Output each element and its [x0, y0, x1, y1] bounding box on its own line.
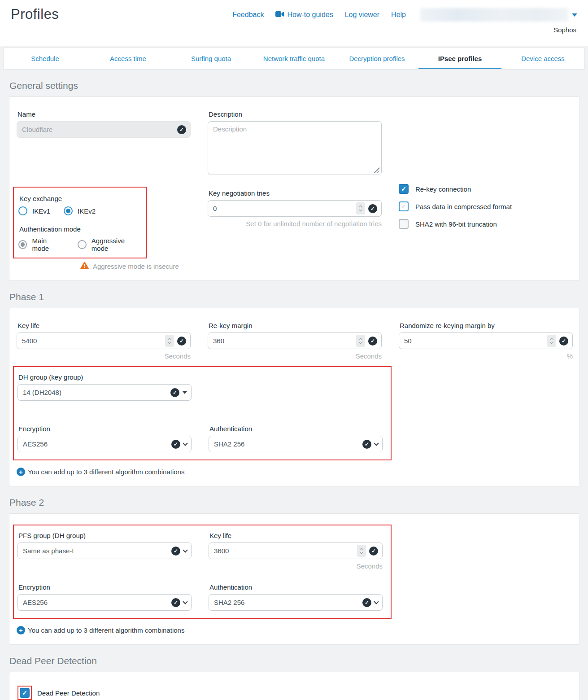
tab-ipsec-profiles[interactable]: IPsec profiles [418, 48, 501, 69]
video-camera-icon [275, 11, 284, 19]
sha2-truncation-label[interactable]: SHA2 with 96-bit truncation [415, 220, 497, 228]
p1-rekey-margin-label: Re-key margin [209, 322, 382, 329]
p2-key-life-unit: Seconds [209, 562, 383, 570]
tab-surfing-quota[interactable]: Surfing quota [170, 48, 253, 69]
chevron-down-icon [183, 441, 187, 446]
p2-authentication-select[interactable]: SHA2 256 ✓ [209, 594, 383, 611]
number-stepper[interactable] [356, 202, 365, 214]
ikev1-label[interactable]: IKEv1 [32, 207, 50, 215]
rekey-connection-label[interactable]: Re-key connection [415, 185, 471, 193]
phase1-card: Key life 5400 ✓ Seconds Re-key margin 36… [9, 308, 580, 486]
log-viewer-link[interactable]: Log viewer [345, 11, 379, 19]
section-title-phase2: Phase 2 [9, 497, 588, 508]
p1-key-life-unit: Seconds [17, 352, 191, 360]
description-field: Description [208, 104, 382, 177]
section-title-dpd: Dead Peer Detection [9, 656, 588, 666]
p1-encryption-select[interactable]: AES256 ✓ [17, 436, 192, 452]
valid-check-icon: ✓ [177, 125, 186, 134]
general-checkboxes: ✓ Re-key connection ✓ Pass data in compr… [399, 177, 573, 236]
valid-check-icon: ✓ [170, 388, 179, 397]
number-stepper[interactable] [165, 335, 174, 347]
compressed-format-row: ✓ Pass data in compressed format [399, 201, 573, 211]
help-link[interactable]: Help [391, 11, 406, 19]
p2-key-life-label: Key life [209, 532, 383, 539]
tab-access-time[interactable]: Access time [87, 48, 170, 69]
dpd-card: ✓ Dead Peer Detection Check peer after e… [9, 672, 580, 700]
p1-randomize-input[interactable]: 50 ✓ [399, 332, 573, 349]
account-selector[interactable] [420, 8, 577, 22]
tab-decryption-profiles[interactable]: Decryption profiles [335, 48, 418, 69]
add-combination-icon[interactable]: + [17, 468, 25, 476]
tab-device-access[interactable]: Device access [501, 48, 584, 69]
p2-encryption-select[interactable]: AES256 ✓ [17, 594, 192, 611]
p1-dh-group-field: DH group (key group) 14 (DH2048) ✓ [17, 367, 192, 401]
p1-authentication-field: Authentication SHA2 256 ✓ [209, 419, 383, 452]
p2-pfs-label: PFS group (DH group) [18, 532, 192, 539]
sha2-truncation-checkbox[interactable] [399, 219, 409, 229]
p1-authentication-label: Authentication [209, 425, 383, 433]
key-exchange-radio-group: IKEv1 IKEv2 [18, 206, 142, 215]
key-negotiation-field: Key negotiation tries 0 ✓ Set 0 for unli… [208, 177, 382, 228]
tab-bar: Schedule Access time Surfing quota Netwo… [3, 48, 585, 70]
valid-check-icon: ✓ [171, 547, 180, 556]
p1-key-life-field: Key life 5400 ✓ Seconds [17, 315, 191, 360]
number-stepper[interactable] [356, 335, 365, 347]
main-mode-label: Main mode [32, 237, 64, 252]
p1-encryption-label: Encryption [18, 425, 192, 433]
p2-key-life-input[interactable]: 3600 ✓ [209, 542, 383, 559]
header: Profiles Feedback How-to guides Log view… [0, 0, 588, 46]
p1-rekey-margin-field: Re-key margin 360 ✓ Seconds [208, 315, 382, 360]
valid-check-icon: ✓ [177, 337, 186, 346]
compressed-format-checkbox[interactable]: ✓ [399, 201, 409, 211]
p1-randomize-label: Randomize re-keying margin by [400, 322, 573, 329]
key-exchange-column: Key exchange IKEv1 IKEv2 Authentication … [17, 177, 191, 271]
name-label: Name [17, 110, 191, 118]
name-input: Cloudflare ✓ [17, 121, 191, 138]
page-title: Profiles [11, 6, 59, 22]
rekey-connection-checkbox[interactable]: ✓ [399, 184, 409, 194]
header-right: Feedback How-to guides Log viewer Help S… [232, 5, 577, 34]
p2-encryption-label: Encryption [18, 583, 192, 591]
description-textarea[interactable] [208, 121, 382, 175]
caret-down-icon [183, 391, 187, 394]
p2-pfs-select[interactable]: Same as phase-I ✓ [17, 542, 192, 559]
feedback-link[interactable]: Feedback [232, 11, 264, 19]
key-negotiation-input[interactable]: 0 ✓ [208, 200, 382, 217]
tab-network-traffic-quota[interactable]: Network traffic quota [253, 48, 335, 69]
dpd-enable-checkbox[interactable]: ✓ [20, 688, 30, 698]
p1-encryption-field: Encryption AES256 ✓ [17, 419, 192, 452]
dpd-checkbox-annotation-box: ✓ [17, 686, 32, 700]
section-title-general: General settings [9, 80, 588, 91]
p1-combo-note: + You can add up to 3 different algorith… [17, 468, 572, 476]
p2-encryption-field: Encryption AES256 ✓ [17, 577, 192, 611]
number-stepper[interactable] [547, 335, 556, 347]
howto-guides-link[interactable]: How-to guides [275, 11, 333, 19]
ikev2-label[interactable]: IKEv2 [78, 207, 96, 215]
add-combination-icon[interactable]: + [17, 626, 25, 634]
p1-rekey-margin-input[interactable]: 360 ✓ [208, 332, 382, 349]
p1-dh-group-select[interactable]: 14 (DH2048) ✓ [17, 384, 192, 401]
chevron-down-icon [374, 441, 379, 446]
p2-pfs-field: PFS group (DH group) Same as phase-I ✓ [17, 525, 192, 559]
dpd-enable-row: ✓ Dead Peer Detection [17, 686, 572, 700]
p1-key-life-input[interactable]: 5400 ✓ [17, 332, 191, 349]
compressed-format-label[interactable]: Pass data in compressed format [415, 203, 512, 210]
sha2-truncation-row: SHA2 with 96-bit truncation [399, 219, 573, 229]
tab-schedule[interactable]: Schedule [4, 48, 87, 69]
dpd-enable-label[interactable]: Dead Peer Detection [37, 689, 100, 697]
valid-check-icon: ✓ [362, 598, 371, 607]
chevron-down-icon[interactable] [572, 13, 577, 17]
account-name-redacted [420, 8, 568, 22]
ikev1-radio[interactable] [18, 206, 27, 215]
brand-label: Sophos [553, 26, 576, 34]
valid-check-icon: ✓ [369, 547, 378, 556]
key-exchange-annotation-box: Key exchange IKEv1 IKEv2 Authentication … [13, 187, 147, 258]
valid-check-icon: ✓ [368, 204, 377, 213]
ikev2-radio[interactable] [64, 206, 73, 215]
auth-mode-label: Authentication mode [19, 225, 142, 233]
p1-rekey-margin-unit: Seconds [208, 352, 382, 360]
p1-authentication-select[interactable]: SHA2 256 ✓ [209, 436, 383, 452]
chevron-down-icon [374, 599, 379, 604]
valid-check-icon: ✓ [559, 337, 568, 346]
number-stepper[interactable] [357, 545, 366, 557]
